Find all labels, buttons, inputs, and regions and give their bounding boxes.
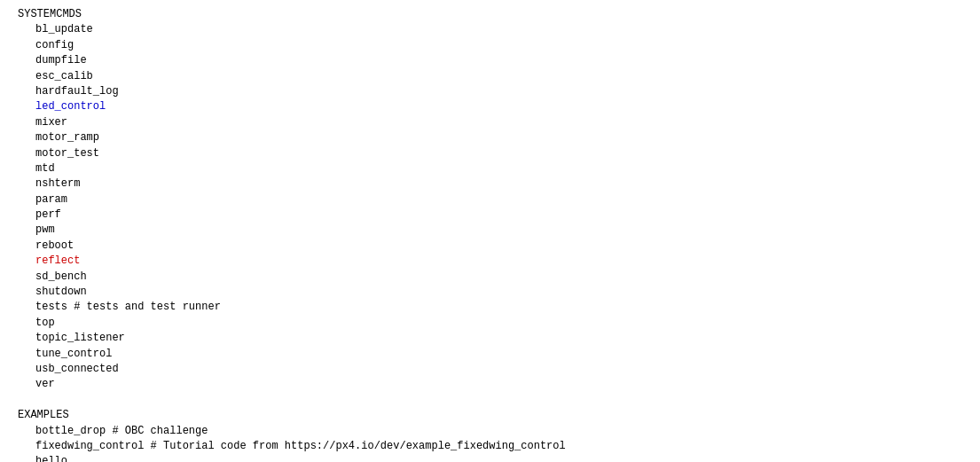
item-reboot: reboot [0,239,980,254]
item-pwm: pwm [0,223,980,238]
item-nshterm: nshterm [0,176,980,192]
item-ver: ver [0,377,980,392]
item-topic-listener: topic_listener [0,331,980,346]
item-mixer: mixer [0,115,980,130]
item-hardfault-log: hardfault_log [0,84,980,99]
item-motor-ramp: motor_ramp [0,130,980,145]
item-led-control: led_control [0,99,980,114]
item-reflect: reflect [0,254,980,269]
item-motor-test: motor_test [0,146,980,161]
item-bl-update: bl_update [0,22,980,37]
item-param: param [0,192,980,208]
item-hello: hello [0,454,980,462]
item-shutdown: shutdown [0,285,980,300]
systemcmds-header: SYSTEMCMDS [0,7,980,22]
item-usb-connected: usb_connected [0,362,980,377]
item-tests: tests # tests and test runner [0,300,980,315]
item-mtd: mtd [0,161,980,176]
blank-line-1 [0,393,980,408]
item-sd-bench: sd_bench [0,270,980,285]
item-dumpfile: dumpfile [0,53,980,68]
examples-header: EXAMPLES [0,408,980,423]
code-view: SYSTEMCMDS bl_update config dumpfile esc… [0,0,980,462]
item-perf: perf [0,208,980,223]
item-bottle-drop: bottle_drop # OBC challenge [0,424,980,439]
item-tune-control: tune_control [0,347,980,362]
item-config: config [0,38,980,53]
item-fixedwing-control: fixedwing_control # Tutorial code from h… [0,439,980,454]
item-esc-calib: esc_calib [0,69,980,84]
item-top: top [0,316,980,331]
